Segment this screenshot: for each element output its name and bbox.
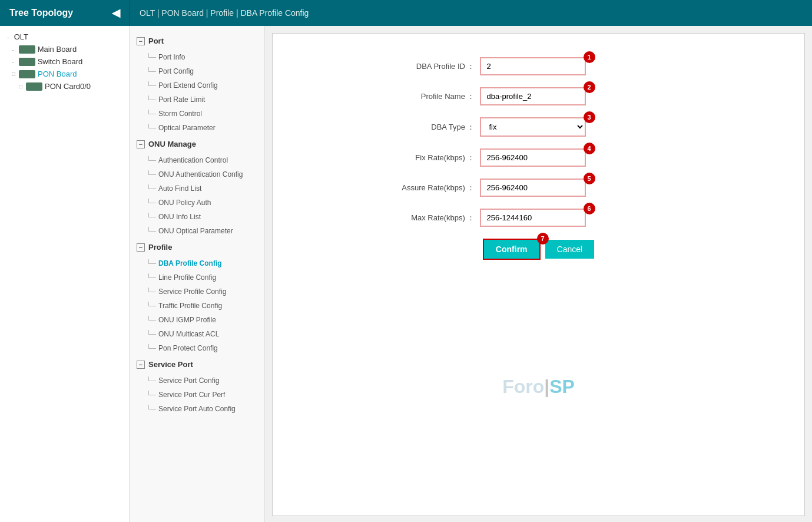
nav-item-port-rate-limit[interactable]: └─Port Rate Limit	[130, 92, 264, 107]
nav-section-onu-manage-label: ONU Manage	[148, 140, 196, 148]
dba-type-select[interactable]: fix assure max fix+assure assure+max fix…	[480, 117, 586, 137]
nav-label-authentication-control: Authentication Control	[158, 156, 228, 164]
nav-label-port-info: Port Info	[158, 53, 185, 61]
dba-profile-form: DBA Profile ID ： 1 Profile Name ： 2	[362, 57, 715, 260]
confirm-button-wrapper: Confirm 7	[483, 239, 541, 260]
app-title: Tree Topology	[9, 8, 73, 18]
nav-item-authentication-control[interactable]: └─Authentication Control	[130, 153, 264, 167]
nav-section-port[interactable]: − Port	[130, 32, 264, 50]
nav-item-onu-authentication-config[interactable]: └─ONU Authentication Config	[130, 167, 264, 181]
nav-section-port-label: Port	[148, 37, 164, 45]
nav-item-port-extend-config[interactable]: └─Port Extend Config	[130, 78, 264, 92]
step-badge-2: 2	[584, 81, 595, 93]
nav-item-pon-protect-config[interactable]: └─Pon Protect Config	[130, 341, 264, 355]
nav-item-line-profile-config[interactable]: └─Line Profile Config	[130, 270, 264, 285]
nav-section-profile[interactable]: − Profile	[130, 238, 264, 256]
nav-item-optical-parameter[interactable]: └─Optical Parameter	[130, 121, 264, 135]
nav-label-service-profile-config: Service Profile Config	[158, 288, 226, 296]
cancel-button[interactable]: Cancel	[545, 240, 595, 259]
nav-item-dba-profile-config[interactable]: └─DBA Profile Config	[130, 256, 264, 270]
content-area: Foro|SP DBA Profile ID ： 1 Profile Name …	[265, 26, 812, 522]
nav-label-service-port-auto-config: Service Port Auto Config	[158, 405, 236, 413]
profile-name-input[interactable]	[480, 87, 586, 105]
label-profile-name: Profile Name ：	[362, 91, 480, 102]
nav-item-service-profile-config[interactable]: └─Service Profile Config	[130, 285, 264, 299]
nav-item-storm-control[interactable]: └─Storm Control	[130, 107, 264, 121]
header-title-section: Tree Topology ◀	[0, 6, 130, 19]
tree-dash: -	[7, 34, 9, 41]
assure-rate-input[interactable]	[480, 179, 586, 197]
breadcrumb: OLT | PON Board | Profile | DBA Profile …	[130, 0, 318, 26]
nav-label-line-profile-config: Line Profile Config	[158, 273, 216, 282]
nav-section-service-port-label: Service Port	[148, 360, 193, 369]
nav-item-onu-optical-parameter[interactable]: └─ONU Optical Parameter	[130, 224, 264, 238]
port-collapse-button[interactable]: −	[137, 37, 145, 45]
nav-label-onu-authentication-config: ONU Authentication Config	[158, 170, 243, 179]
tree-item-pon-board[interactable]: □ PON Board	[0, 68, 129, 80]
nav-item-onu-multicast-acl[interactable]: └─ONU Multicast ACL	[130, 327, 264, 341]
tree-label-main-board: Main Board	[38, 45, 77, 54]
step-badge-5: 5	[584, 173, 595, 184]
form-row-assure-rate: Assure Rate(kbps) ： 5	[362, 179, 715, 197]
nav-item-onu-info-list[interactable]: └─ONU Info List	[130, 210, 264, 224]
form-row-max-rate: Max Rate(kbps) ： 6	[362, 209, 715, 227]
label-dba-profile-id: DBA Profile ID ：	[362, 61, 480, 72]
label-assure-rate: Assure Rate(kbps) ：	[362, 183, 480, 193]
service-port-collapse-button[interactable]: −	[137, 361, 145, 369]
nav-section-onu-manage[interactable]: − ONU Manage	[130, 135, 264, 153]
dba-profile-id-input[interactable]	[480, 57, 586, 75]
form-row-dba-profile-id: DBA Profile ID ： 1	[362, 57, 715, 75]
tree-item-olt[interactable]: - OLT	[0, 31, 129, 43]
nav-label-onu-multicast-acl: ONU Multicast ACL	[158, 330, 219, 338]
nav-item-onu-igmp-profile[interactable]: └─ONU IGMP Profile	[130, 313, 264, 327]
form-row-profile-name: Profile Name ： 2	[362, 87, 715, 105]
max-rate-input[interactable]	[480, 209, 586, 227]
form-row-fix-rate: Fix Rate(kbps) ： 4	[362, 148, 715, 167]
nav-item-traffic-profile-config[interactable]: └─Traffic Profile Config	[130, 299, 264, 313]
step-badge-6: 6	[584, 203, 595, 214]
input-wrapper-max-rate: 6	[480, 209, 586, 227]
nav-label-port-config: Port Config	[158, 67, 194, 75]
label-fix-rate: Fix Rate(kbps) ：	[362, 153, 480, 163]
label-max-rate: Max Rate(kbps) ：	[362, 213, 480, 223]
tree-item-pon-card[interactable]: □ PON Card0/0	[0, 80, 129, 92]
nav-item-service-port-auto-config[interactable]: └─Service Port Auto Config	[130, 402, 264, 416]
fix-rate-input[interactable]	[480, 148, 586, 167]
step-badge-7: 7	[537, 233, 549, 245]
input-wrapper-assure-rate: 5	[480, 179, 586, 197]
input-wrapper-dba-profile-id: 1	[480, 57, 586, 75]
label-dba-type: DBA Type ：	[362, 122, 480, 133]
board-icon	[19, 70, 35, 78]
watermark: Foro|SP	[502, 376, 575, 398]
nav-item-service-port-cur-perf[interactable]: └─Service Port Cur Perf	[130, 388, 264, 402]
tree-item-switch-board[interactable]: - Switch Board	[0, 55, 129, 68]
tree-dash: -	[12, 46, 14, 53]
tree-label-olt: OLT	[14, 32, 28, 41]
nav-item-service-port-config[interactable]: └─Service Port Config	[130, 374, 264, 388]
expand-icon: □	[19, 83, 22, 90]
form-button-row: Confirm 7 Cancel	[362, 239, 715, 260]
nav-panel: − Port └─Port Info └─Port Config └─Port …	[130, 26, 265, 522]
tree-item-main-board[interactable]: - Main Board	[0, 43, 129, 55]
board-icon	[19, 45, 35, 54]
nav-label-port-rate-limit: Port Rate Limit	[158, 95, 205, 104]
collapse-button[interactable]: ◀	[112, 6, 120, 19]
nav-item-onu-policy-auth[interactable]: └─ONU Policy Auth	[130, 196, 264, 210]
nav-label-pon-protect-config: Pon Protect Config	[158, 344, 218, 352]
nav-label-onu-optical-parameter: ONU Optical Parameter	[158, 227, 233, 235]
confirm-button[interactable]: Confirm	[483, 239, 541, 260]
nav-item-port-info[interactable]: └─Port Info	[130, 50, 264, 64]
profile-collapse-button[interactable]: −	[137, 243, 145, 252]
nav-item-port-config[interactable]: └─Port Config	[130, 64, 264, 78]
main-layout: - OLT - Main Board - Switch Board □ PON …	[0, 26, 812, 522]
board-icon	[26, 82, 42, 91]
nav-label-auto-find-list: Auto Find List	[158, 184, 201, 193]
nav-label-dba-profile-config: DBA Profile Config	[158, 259, 222, 267]
tree-label-pon-board: PON Board	[38, 70, 77, 78]
nav-section-service-port[interactable]: − Service Port	[130, 355, 264, 374]
nav-label-port-extend-config: Port Extend Config	[158, 81, 218, 90]
nav-label-service-port-cur-perf: Service Port Cur Perf	[158, 391, 225, 399]
nav-item-auto-find-list[interactable]: └─Auto Find List	[130, 181, 264, 196]
step-badge-4: 4	[584, 143, 595, 154]
onu-manage-collapse-button[interactable]: −	[137, 140, 145, 148]
